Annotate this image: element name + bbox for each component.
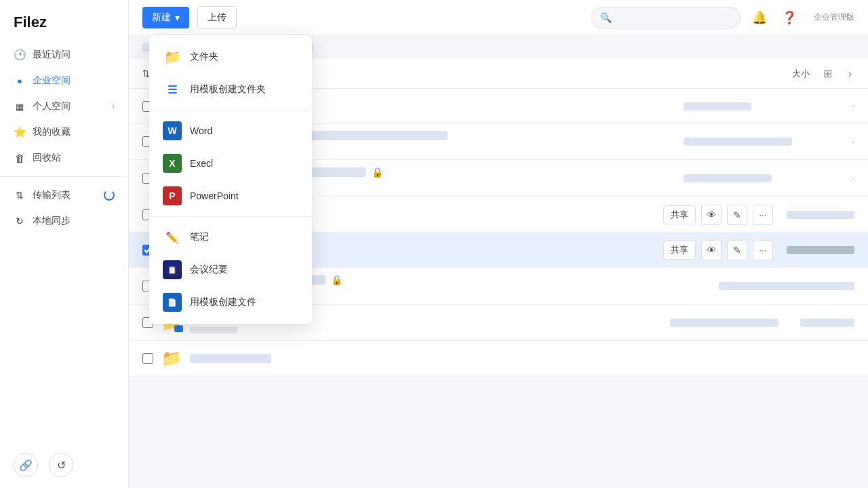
- refresh-button[interactable]: ↺: [49, 453, 73, 477]
- dropdown-label-excel: Execl: [190, 158, 213, 169]
- sidebar-bottom: 🔗 ↺: [0, 442, 128, 488]
- new-dropdown-menu: 📁 文件夹 ☰ 用模板创建文件夹 W Word X Execl P PowerP…: [149, 35, 312, 324]
- search-icon: 🔍: [600, 12, 612, 23]
- file-meta: [684, 138, 806, 146]
- meta-bar: [684, 174, 772, 182]
- sidebar-item-enterprise[interactable]: ● 企业空间: [0, 68, 128, 94]
- meta-bar: [684, 102, 751, 110]
- main-content: 新建 ▾ 上传 🔍 🔔 ❓ 企业管理版 📁 文件夹 ☰ 用模板创建文件夹 W W…: [129, 0, 868, 488]
- edit-button[interactable]: ✎: [727, 240, 747, 260]
- file-sub-bar: [190, 327, 237, 333]
- sync-icon: ↻: [14, 215, 26, 227]
- transfer-spinner: [104, 190, 115, 201]
- dropdown-item-note[interactable]: ✏️ 笔记: [149, 221, 312, 253]
- template-file-icon: 📄: [163, 293, 182, 312]
- dropdown-label-folder: 文件夹: [190, 51, 218, 63]
- upload-label: 上传: [208, 12, 226, 22]
- dropdown-item-meeting[interactable]: 📋 会议纪要: [149, 253, 312, 286]
- upload-button[interactable]: 上传: [197, 6, 237, 29]
- dropdown-item-template-file[interactable]: 📄 用模板创建文件: [149, 286, 312, 319]
- dropdown-label-ppt: PowerPoint: [190, 190, 239, 201]
- table-row: 📁: [129, 341, 868, 376]
- lock-icon: 🔒: [331, 274, 342, 285]
- preview-button[interactable]: 👁: [701, 205, 722, 225]
- file-meta: [684, 102, 806, 110]
- dropdown-item-word[interactable]: W Word: [149, 115, 312, 147]
- folder-icon: 📁: [161, 349, 182, 368]
- file-info: [190, 354, 854, 363]
- notification-icon[interactable]: 🔔: [749, 7, 770, 28]
- file-size: -: [814, 101, 854, 111]
- sidebar-item-recycle[interactable]: 🗑 回收站: [0, 145, 128, 171]
- recent-icon: 🕐: [14, 49, 26, 61]
- sidebar-item-personal[interactable]: ▦ 个人空间 ›: [0, 94, 128, 119]
- file-meta: [670, 319, 792, 327]
- sidebar-item-favorites[interactable]: ⭐ 我的收藏: [0, 119, 128, 145]
- personal-chevron-icon: ›: [112, 102, 115, 110]
- favorites-icon: ⭐: [14, 126, 26, 138]
- meta-bar: [670, 319, 778, 327]
- folder-icon: 📁: [163, 47, 182, 66]
- dropdown-item-ppt[interactable]: P PowerPoint: [149, 180, 312, 212]
- file-name-row: [190, 354, 854, 363]
- row8-checkbox[interactable]: [142, 353, 153, 364]
- template-folder-icon: ☰: [163, 80, 182, 99]
- new-button[interactable]: 新建 ▾: [142, 7, 189, 28]
- meta-bar: [719, 282, 854, 290]
- share-button[interactable]: 共享: [663, 205, 696, 224]
- link-button[interactable]: 🔗: [14, 453, 38, 477]
- grid-view-button[interactable]: ⊞: [821, 64, 835, 83]
- file-size: -: [814, 174, 854, 184]
- dropdown-label-template-file: 用模板创建文件: [190, 296, 256, 308]
- more-button[interactable]: ···: [753, 205, 773, 225]
- preview-button[interactable]: 👁: [701, 240, 722, 260]
- sidebar-label-transfer: 传输列表: [33, 189, 97, 201]
- excel-icon: X: [163, 154, 182, 173]
- file-actions: 共享 👁 ✎ ···: [663, 205, 773, 225]
- meta-bar: [787, 246, 854, 254]
- word-icon: W: [163, 121, 182, 140]
- ppt-icon: P: [163, 186, 182, 205]
- file-actions: 共享 👁 ✎ ···: [663, 240, 773, 260]
- meta-bar2: [800, 319, 854, 327]
- personal-icon: ▦: [14, 100, 26, 113]
- search-bar[interactable]: 🔍: [591, 7, 741, 28]
- dropdown-label-word: Word: [190, 125, 212, 136]
- enterprise-badge: 企业管理版: [814, 12, 854, 23]
- recycle-icon: 🗑: [14, 152, 26, 164]
- help-icon[interactable]: ❓: [778, 7, 800, 28]
- meta-bar: [787, 211, 854, 219]
- file-size: -: [814, 137, 854, 147]
- dropdown-item-folder[interactable]: 📁 文件夹: [149, 41, 312, 73]
- sidebar-label-recent: 最近访问: [33, 49, 115, 61]
- sidebar-label-recycle: 回收站: [33, 152, 115, 164]
- sidebar-item-transfer[interactable]: ⇅ 传输列表: [0, 182, 128, 208]
- size-label: 大小: [792, 68, 810, 80]
- transfer-icon: ⇅: [14, 189, 26, 201]
- lock-icon: 🔒: [372, 167, 383, 178]
- sidebar-label-sync: 本地同步: [33, 215, 115, 227]
- sidebar-item-recent[interactable]: 🕐 最近访问: [0, 42, 128, 68]
- enterprise-icon: ●: [14, 75, 26, 87]
- sidebar-item-sync[interactable]: ↻ 本地同步: [0, 208, 128, 234]
- sidebar-label-personal: 个人空间: [33, 100, 105, 113]
- header: 新建 ▾ 上传 🔍 🔔 ❓ 企业管理版: [129, 0, 868, 35]
- dropdown-item-template-folder[interactable]: ☰ 用模板创建文件夹: [149, 73, 312, 106]
- more-button[interactable]: ···: [753, 240, 773, 260]
- share-button[interactable]: 共享: [663, 241, 696, 260]
- file-meta: [684, 174, 806, 182]
- next-view-button[interactable]: ›: [846, 65, 854, 83]
- app-logo: Filez: [0, 0, 128, 42]
- sidebar: Filez 🕐 最近访问 ● 企业空间 ▦ 个人空间 › ⭐ 我的收藏 🗑 回收…: [0, 0, 129, 488]
- dropdown-label-template-folder: 用模板创建文件夹: [190, 83, 266, 96]
- sidebar-label-enterprise: 企业空间: [33, 75, 115, 87]
- sidebar-label-favorites: 我的收藏: [33, 126, 115, 138]
- dropdown-label-meeting: 会议纪要: [190, 264, 228, 276]
- new-label: 新建: [152, 12, 171, 24]
- meta-bar: [684, 138, 792, 146]
- file-name-bar: [190, 354, 271, 363]
- note-icon: ✏️: [163, 228, 182, 247]
- dropdown-item-excel[interactable]: X Execl: [149, 147, 312, 180]
- edit-button[interactable]: ✎: [727, 205, 747, 225]
- meeting-icon: 📋: [163, 260, 182, 279]
